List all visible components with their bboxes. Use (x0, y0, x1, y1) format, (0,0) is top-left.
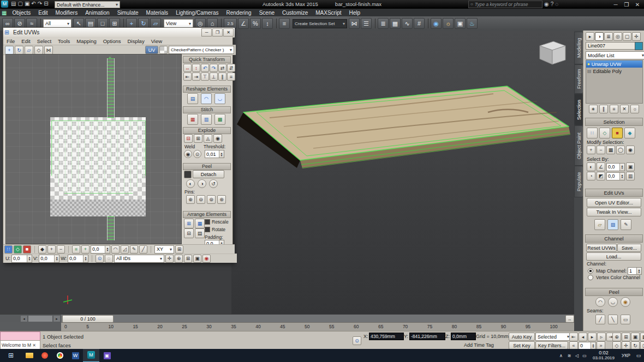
uv-pin-handle[interactable]: + (109, 55, 111, 60)
make-unique-icon[interactable] (610, 105, 618, 113)
zoom-icon[interactable] (612, 333, 621, 341)
menu-rendering[interactable]: Rendering (223, 10, 255, 16)
vertex-subobject-icon[interactable] (587, 128, 598, 138)
dialog-minimize-button[interactable]: ─ (201, 28, 212, 37)
align-bottom-icon[interactable] (210, 73, 218, 81)
move-v-icon[interactable] (192, 64, 200, 72)
uv-island-seat-shell[interactable] (51, 120, 146, 194)
edit-uvws-dialog[interactable]: Edit UVWs ─ ❐ ✕ File Edit Select Tools M… (3, 27, 233, 263)
uv-zoom-extents-icon[interactable] (193, 255, 201, 263)
remove-modifier-icon[interactable] (620, 105, 629, 113)
taskbar-clock[interactable]: 0:02 03.01.2019 (588, 351, 619, 361)
rendered-frame-window-icon[interactable] (455, 18, 466, 29)
uv-zoom-icon[interactable] (175, 255, 183, 263)
reshape-elements-header[interactable]: Reshape Elements (183, 86, 231, 93)
uv-freeform-icon[interactable] (34, 46, 43, 55)
display-tab-icon[interactable] (623, 32, 631, 41)
shrink-selection-icon[interactable] (597, 146, 605, 154)
edit-seams-icon[interactable] (595, 315, 605, 324)
peel-mode-icon[interactable] (608, 297, 618, 307)
modifier-enabled-bulb-icon[interactable]: ● (587, 62, 590, 67)
pan-scrollbar-track[interactable]: ◂ ▸ (0, 314, 61, 323)
minimize-button[interactable]: ─ (610, 2, 621, 8)
quick-planar-map-icon[interactable] (594, 219, 605, 230)
menu-help[interactable]: Help (345, 10, 365, 16)
pack-custom-icon[interactable] (195, 219, 205, 228)
sign-in-icon[interactable] (544, 1, 549, 7)
maximize-button[interactable]: ❐ (621, 2, 632, 8)
configure-modifier-sets-icon[interactable] (630, 105, 639, 113)
stack-item-unwrap-uvw[interactable]: ● Unwrap UVW (586, 61, 642, 68)
rearrange-elements-icon[interactable] (184, 228, 194, 238)
dialog-title-bar[interactable]: Edit UVWs ─ ❐ ✕ (3, 28, 235, 38)
straighten-selection-icon[interactable] (201, 93, 212, 104)
object-name-field[interactable]: Line007 (586, 42, 637, 50)
motion-tab-icon[interactable] (613, 32, 622, 41)
ignore-backfacing-icon[interactable] (587, 162, 595, 171)
flatten-by-angle-icon[interactable] (213, 134, 222, 143)
unpin-icon[interactable] (196, 195, 205, 204)
scroll-thumb[interactable] (28, 316, 52, 322)
stitch-header[interactable]: Stitch (183, 106, 231, 113)
hide-pins-icon[interactable] (217, 195, 226, 204)
soft-selection-strength-spinner[interactable]: 0,0▲▼ (91, 245, 110, 254)
paintbrush-select-icon[interactable] (130, 245, 138, 254)
time-slider-handle[interactable]: 0 / 100 (62, 315, 114, 323)
uv-pan-icon[interactable] (165, 255, 174, 263)
select-by-material-icon[interactable] (597, 172, 605, 180)
modify-tab-icon[interactable] (595, 32, 604, 41)
mirror-icon[interactable] (349, 18, 360, 29)
ribbon-tab-selection[interactable]: Selection (574, 94, 583, 125)
relax-tool-icon[interactable] (187, 93, 198, 104)
selection-filter-dropdown[interactable]: All (43, 19, 71, 28)
pelt-map-icon[interactable] (621, 297, 630, 307)
select-by-smoothing-group-icon[interactable] (587, 172, 595, 180)
uvw-menu-display[interactable]: Display (124, 38, 147, 44)
align-left-icon[interactable] (183, 73, 192, 81)
uv-zoom-to-gizmo-icon[interactable] (202, 255, 211, 263)
edit-named-sets-icon[interactable] (279, 18, 290, 29)
x-coord-field[interactable]: 430,759mm (369, 333, 404, 340)
target-weld-icon[interactable] (193, 150, 201, 158)
taskbar-item-photos[interactable] (99, 352, 115, 359)
auto-key-button[interactable]: Auto Key (509, 333, 535, 341)
next-frame-icon[interactable] (597, 333, 606, 341)
uv-shrink-icon[interactable] (57, 245, 65, 254)
load-uvs-button[interactable]: Load... (586, 252, 641, 261)
close-button[interactable]: ✕ (632, 2, 643, 8)
schematic-view-icon[interactable] (414, 18, 425, 29)
language-indicator[interactable]: УКР (619, 353, 633, 358)
uvw-menu-tools[interactable]: Tools (55, 38, 73, 44)
menu-customize[interactable]: Customize (278, 10, 312, 16)
grow-selection-icon[interactable] (587, 146, 595, 154)
scroll-left-button[interactable]: ◂ (21, 316, 27, 322)
uvw-menu-view[interactable]: View (148, 38, 165, 44)
pin-icon[interactable] (186, 195, 195, 204)
stack-item-editable-poly[interactable]: ▤ Editable Poly (586, 68, 642, 75)
modifier-list-dropdown[interactable]: Modifier List (586, 51, 644, 59)
peel-rollout-header[interactable]: Peel (585, 288, 643, 296)
scroll-right-button[interactable]: ▸ (53, 316, 60, 322)
pack-normalize-icon[interactable] (184, 219, 194, 228)
taskbar-item-browser-red[interactable] (37, 352, 52, 359)
checker-map-icon[interactable] (159, 46, 168, 54)
channel-rollout-header[interactable]: Channel (585, 234, 643, 243)
u-value-spinner[interactable]: 0,0▲▼ (11, 255, 32, 263)
uvw-menu-mapping[interactable]: Mapping (73, 38, 99, 44)
menu-animation[interactable]: Animation (81, 10, 113, 16)
uv-island-stem-top[interactable] (107, 58, 115, 118)
layer-manager-icon[interactable] (378, 18, 389, 29)
taskbar-item-3dsmax[interactable] (83, 348, 99, 362)
uv-face-mode-icon[interactable] (23, 245, 31, 254)
edit-seams-pencil-icon[interactable] (621, 219, 631, 230)
volume-icon[interactable]: ◁ (573, 353, 581, 358)
uv-snap-grid-icon[interactable] (175, 245, 183, 254)
y-coord-field[interactable]: -841,226mm (409, 333, 445, 340)
align-right-icon[interactable] (192, 73, 200, 81)
select-by-id-icon[interactable] (626, 172, 635, 180)
uv-rotate-icon[interactable] (15, 46, 23, 55)
arrange-elements-header[interactable]: Arrange Elements (183, 211, 231, 218)
peel-mode-tool-icon[interactable] (198, 179, 206, 188)
object-color-swatch[interactable] (635, 42, 643, 50)
key-mode-dropdown[interactable]: Selected (535, 333, 571, 341)
